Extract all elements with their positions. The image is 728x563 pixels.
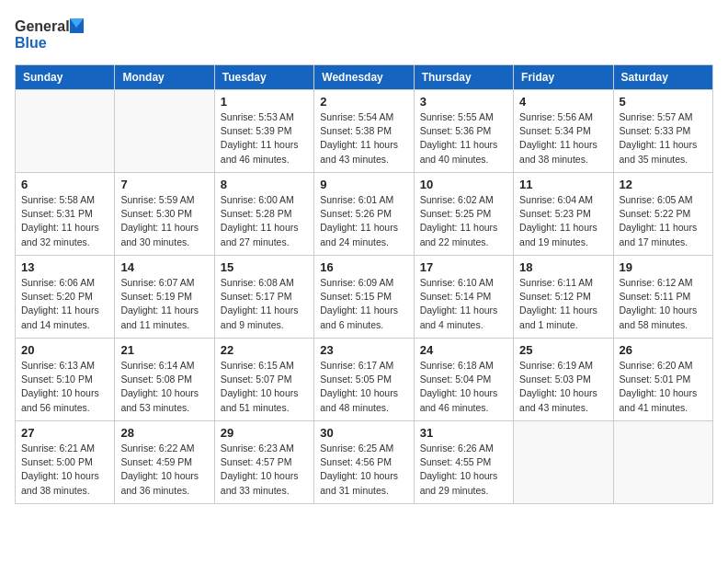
- day-number: 17: [420, 260, 507, 274]
- day-number: 4: [519, 95, 607, 109]
- calendar-cell: 9Sunrise: 6:01 AM Sunset: 5:26 PM Daylig…: [314, 173, 414, 256]
- day-info: Sunrise: 6:07 AM Sunset: 5:19 PM Dayligh…: [120, 276, 208, 332]
- calendar-cell: 11Sunrise: 6:04 AM Sunset: 5:23 PM Dayli…: [514, 173, 613, 256]
- day-number: 13: [21, 260, 108, 274]
- day-number: 6: [21, 178, 108, 191]
- page-header: GeneralBlue: [15, 15, 713, 53]
- calendar-cell: 22Sunrise: 6:15 AM Sunset: 5:07 PM Dayli…: [214, 339, 313, 421]
- day-number: 25: [519, 343, 607, 357]
- day-info: Sunrise: 6:06 AM Sunset: 5:20 PM Dayligh…: [21, 276, 108, 332]
- calendar-cell: 23Sunrise: 6:17 AM Sunset: 5:05 PM Dayli…: [314, 339, 414, 421]
- day-number: 8: [221, 178, 308, 191]
- calendar-cell: 15Sunrise: 6:08 AM Sunset: 5:17 PM Dayli…: [214, 256, 313, 339]
- day-info: Sunrise: 6:22 AM Sunset: 4:59 PM Dayligh…: [120, 442, 208, 498]
- logo-svg: GeneralBlue: [15, 15, 88, 53]
- day-info: Sunrise: 6:26 AM Sunset: 4:55 PM Dayligh…: [420, 442, 507, 498]
- calendar-table: SundayMondayTuesdayWednesdayThursdayFrid…: [15, 64, 713, 504]
- day-info: Sunrise: 6:19 AM Sunset: 5:03 PM Dayligh…: [519, 359, 607, 415]
- day-number: 14: [120, 260, 208, 274]
- day-number: 21: [120, 343, 208, 357]
- logo: GeneralBlue: [15, 15, 88, 53]
- calendar-cell: 7Sunrise: 5:59 AM Sunset: 5:30 PM Daylig…: [115, 173, 214, 256]
- calendar-cell: [514, 421, 613, 504]
- day-number: 22: [221, 343, 308, 357]
- calendar-cell: 12Sunrise: 6:05 AM Sunset: 5:22 PM Dayli…: [613, 173, 712, 256]
- calendar-cell: 30Sunrise: 6:25 AM Sunset: 4:56 PM Dayli…: [314, 421, 414, 504]
- calendar-cell: 4Sunrise: 5:56 AM Sunset: 5:34 PM Daylig…: [514, 90, 613, 173]
- calendar-cell: 8Sunrise: 6:00 AM Sunset: 5:28 PM Daylig…: [214, 173, 313, 256]
- day-info: Sunrise: 5:55 AM Sunset: 5:36 PM Dayligh…: [420, 110, 507, 167]
- day-info: Sunrise: 6:00 AM Sunset: 5:28 PM Dayligh…: [221, 193, 308, 249]
- day-number: 27: [21, 426, 108, 440]
- week-row-1: 1Sunrise: 5:53 AM Sunset: 5:39 PM Daylig…: [16, 90, 713, 173]
- weekday-header-saturday: Saturday: [613, 65, 712, 90]
- day-info: Sunrise: 6:02 AM Sunset: 5:25 PM Dayligh…: [420, 193, 507, 249]
- day-number: 28: [120, 426, 208, 440]
- day-number: 30: [320, 426, 407, 440]
- day-info: Sunrise: 6:11 AM Sunset: 5:12 PM Dayligh…: [519, 276, 607, 332]
- calendar-cell: 13Sunrise: 6:06 AM Sunset: 5:20 PM Dayli…: [16, 256, 115, 339]
- calendar-cell: 1Sunrise: 5:53 AM Sunset: 5:39 PM Daylig…: [214, 90, 313, 173]
- calendar-cell: 26Sunrise: 6:20 AM Sunset: 5:01 PM Dayli…: [613, 339, 712, 421]
- week-row-4: 20Sunrise: 6:13 AM Sunset: 5:10 PM Dayli…: [16, 339, 713, 421]
- weekday-header-friday: Friday: [514, 65, 613, 90]
- day-number: 11: [519, 178, 607, 191]
- day-number: 3: [420, 95, 507, 109]
- weekday-header-row: SundayMondayTuesdayWednesdayThursdayFrid…: [16, 65, 713, 90]
- day-number: 15: [221, 260, 308, 274]
- day-info: Sunrise: 6:17 AM Sunset: 5:05 PM Dayligh…: [320, 359, 407, 415]
- day-info: Sunrise: 6:01 AM Sunset: 5:26 PM Dayligh…: [320, 193, 407, 249]
- day-info: Sunrise: 6:10 AM Sunset: 5:14 PM Dayligh…: [420, 276, 507, 332]
- day-info: Sunrise: 5:56 AM Sunset: 5:34 PM Dayligh…: [519, 110, 607, 167]
- calendar-cell: 10Sunrise: 6:02 AM Sunset: 5:25 PM Dayli…: [414, 173, 513, 256]
- day-number: 24: [420, 343, 507, 357]
- weekday-header-tuesday: Tuesday: [214, 65, 313, 90]
- day-info: Sunrise: 6:15 AM Sunset: 5:07 PM Dayligh…: [221, 359, 308, 415]
- day-info: Sunrise: 6:04 AM Sunset: 5:23 PM Dayligh…: [519, 193, 607, 249]
- calendar-cell: 29Sunrise: 6:23 AM Sunset: 4:57 PM Dayli…: [214, 421, 313, 504]
- day-number: 19: [620, 260, 707, 274]
- day-number: 1: [221, 95, 308, 109]
- day-info: Sunrise: 5:57 AM Sunset: 5:33 PM Dayligh…: [620, 110, 707, 167]
- day-number: 20: [21, 343, 108, 357]
- calendar-cell: 18Sunrise: 6:11 AM Sunset: 5:12 PM Dayli…: [514, 256, 613, 339]
- weekday-header-thursday: Thursday: [414, 65, 513, 90]
- day-info: Sunrise: 5:58 AM Sunset: 5:31 PM Dayligh…: [21, 193, 108, 249]
- day-number: 2: [320, 95, 407, 109]
- day-number: 7: [120, 178, 208, 191]
- calendar-cell: 16Sunrise: 6:09 AM Sunset: 5:15 PM Dayli…: [314, 256, 414, 339]
- calendar-cell: 27Sunrise: 6:21 AM Sunset: 5:00 PM Dayli…: [16, 421, 115, 504]
- day-info: Sunrise: 6:18 AM Sunset: 5:04 PM Dayligh…: [420, 359, 507, 415]
- day-number: 26: [620, 343, 707, 357]
- calendar-cell: [115, 90, 214, 173]
- day-info: Sunrise: 6:20 AM Sunset: 5:01 PM Dayligh…: [620, 359, 707, 415]
- calendar-cell: 21Sunrise: 6:14 AM Sunset: 5:08 PM Dayli…: [115, 339, 214, 421]
- day-number: 18: [519, 260, 607, 274]
- day-number: 29: [221, 426, 308, 440]
- calendar-cell: 14Sunrise: 6:07 AM Sunset: 5:19 PM Dayli…: [115, 256, 214, 339]
- day-number: 9: [320, 178, 407, 191]
- day-number: 10: [420, 178, 507, 191]
- day-number: 31: [420, 426, 507, 440]
- day-number: 16: [320, 260, 407, 274]
- calendar-cell: 2Sunrise: 5:54 AM Sunset: 5:38 PM Daylig…: [314, 90, 414, 173]
- calendar-cell: 19Sunrise: 6:12 AM Sunset: 5:11 PM Dayli…: [613, 256, 712, 339]
- day-info: Sunrise: 6:12 AM Sunset: 5:11 PM Dayligh…: [620, 276, 707, 332]
- day-number: 5: [620, 95, 707, 109]
- svg-text:General: General: [15, 18, 70, 34]
- day-number: 23: [320, 343, 407, 357]
- calendar-cell: 17Sunrise: 6:10 AM Sunset: 5:14 PM Dayli…: [414, 256, 513, 339]
- calendar-cell: 3Sunrise: 5:55 AM Sunset: 5:36 PM Daylig…: [414, 90, 513, 173]
- day-info: Sunrise: 6:25 AM Sunset: 4:56 PM Dayligh…: [320, 442, 407, 498]
- calendar-cell: [16, 90, 115, 173]
- calendar-cell: 5Sunrise: 5:57 AM Sunset: 5:33 PM Daylig…: [613, 90, 712, 173]
- calendar-cell: 25Sunrise: 6:19 AM Sunset: 5:03 PM Dayli…: [514, 339, 613, 421]
- calendar-cell: 20Sunrise: 6:13 AM Sunset: 5:10 PM Dayli…: [16, 339, 115, 421]
- day-info: Sunrise: 6:08 AM Sunset: 5:17 PM Dayligh…: [221, 276, 308, 332]
- weekday-header-monday: Monday: [115, 65, 214, 90]
- weekday-header-wednesday: Wednesday: [314, 65, 414, 90]
- calendar-cell: 24Sunrise: 6:18 AM Sunset: 5:04 PM Dayli…: [414, 339, 513, 421]
- weekday-header-sunday: Sunday: [16, 65, 115, 90]
- day-info: Sunrise: 6:23 AM Sunset: 4:57 PM Dayligh…: [221, 442, 308, 498]
- calendar-cell: 28Sunrise: 6:22 AM Sunset: 4:59 PM Dayli…: [115, 421, 214, 504]
